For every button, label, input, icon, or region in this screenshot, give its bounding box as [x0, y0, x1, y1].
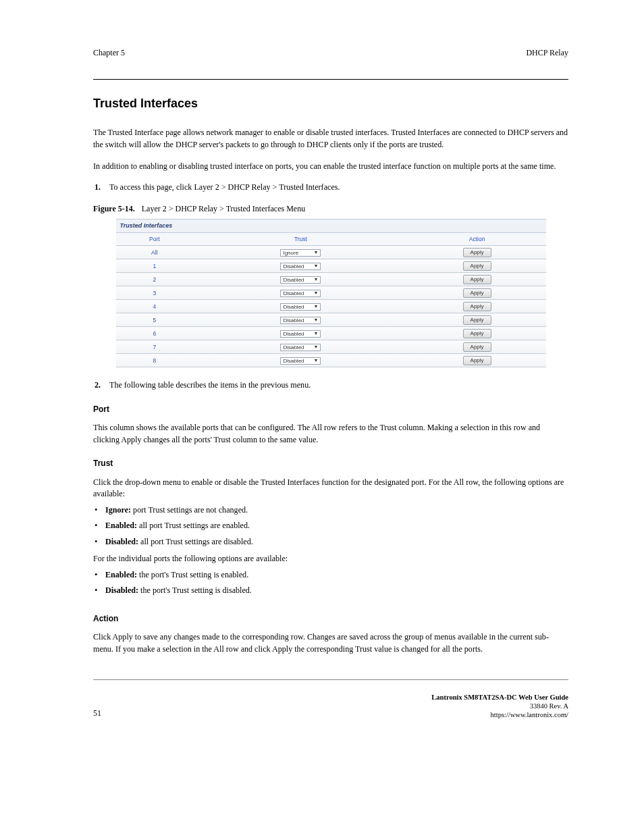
trust-select[interactable]: Disabled▼ [280, 357, 321, 365]
step-1: To access this page, click Layer 2 > DHC… [93, 182, 568, 194]
trust-select[interactable]: Disabled▼ [280, 263, 321, 270]
option-item: Enabled: the port's Trust setting is ena… [93, 569, 568, 581]
trust-select-value: Disabled [283, 276, 304, 284]
field-action-label: Action [93, 613, 568, 625]
port-cell: 2 [116, 273, 194, 286]
apply-button[interactable]: Apply [463, 288, 491, 298]
footer-title: Lantronix SM8TAT2SA-DC Web User Guide [431, 694, 568, 702]
option-item: Enabled: all port Trust settings are ena… [93, 520, 568, 532]
col-port: Port [116, 233, 194, 246]
table-row: 3Disabled▼Apply [116, 286, 546, 300]
figure-number: Figure 5-14. [93, 203, 135, 215]
trust-select-value: Disabled [283, 290, 304, 298]
intro-text: The Trusted Interface page allows networ… [93, 127, 568, 193]
apply-button[interactable]: Apply [463, 342, 491, 352]
table-row: 1Disabled▼Apply [116, 259, 546, 273]
port-cell: 3 [116, 286, 194, 300]
apply-button[interactable]: Apply [463, 356, 491, 365]
trust-select[interactable]: Disabled▼ [280, 276, 321, 284]
chapter-right: DHCP Relay [526, 47, 568, 59]
trust-select-all-value: Ignore [283, 249, 298, 257]
trust-select-value: Disabled [283, 344, 304, 352]
figure-caption: Layer 2 > DHCP Relay > Trusted Interface… [142, 203, 305, 215]
trust-select-value: Disabled [283, 263, 304, 271]
chevron-down-icon: ▼ [313, 344, 318, 350]
trust-select-value: Disabled [283, 317, 304, 325]
chevron-down-icon: ▼ [313, 330, 318, 337]
table-row-all: All Ignore ▼ Apply [116, 246, 546, 259]
chevron-down-icon: ▼ [313, 317, 318, 323]
footer-rev: 33840 Rev. A [431, 702, 568, 711]
footer-url[interactable]: https://www.lantronix.com/ [431, 711, 568, 720]
trust-select-value: Disabled [283, 357, 304, 365]
apply-button[interactable]: Apply [463, 315, 491, 325]
table-row: 4Disabled▼Apply [116, 300, 546, 313]
option-item: Disabled: the port's Trust setting is di… [93, 585, 568, 597]
chevron-down-icon: ▼ [313, 276, 318, 283]
apply-button[interactable]: Apply [463, 302, 491, 311]
field-port-desc: This column shows the available ports th… [93, 422, 568, 446]
field-port-label: Port [93, 404, 568, 415]
chapter-left: Chapter 5 [93, 47, 125, 59]
chevron-down-icon: ▼ [313, 249, 318, 256]
apply-button[interactable]: Apply [463, 329, 491, 338]
trust-select-all[interactable]: Ignore ▼ [280, 249, 321, 257]
table-row: 6Disabled▼Apply [116, 327, 546, 340]
divider-top [93, 79, 568, 80]
chevron-down-icon: ▼ [313, 263, 318, 269]
intro-p1: The Trusted Interface page allows networ… [93, 127, 568, 151]
page-number: 51 [93, 708, 101, 719]
table-title: Trusted Interfaces [116, 219, 546, 233]
option-item: Ignore: port Trust settings are not chan… [93, 504, 568, 517]
table-row: 5Disabled▼Apply [116, 313, 546, 327]
table-row: 7Disabled▼Apply [116, 340, 546, 354]
apply-button[interactable]: Apply [463, 261, 491, 271]
apply-button[interactable]: Apply [463, 275, 491, 284]
port-cell: 6 [116, 327, 194, 340]
port-cell: 5 [116, 313, 194, 327]
trust-select-value: Disabled [283, 330, 304, 338]
chevron-down-icon: ▼ [313, 357, 318, 364]
option-item: Disabled: all port Trust settings are di… [93, 536, 568, 548]
port-cell: 1 [116, 259, 194, 273]
page-title: Trusted Interfaces [93, 95, 568, 112]
field-trust-desc: Click the drop-down menu to enable or di… [93, 477, 564, 499]
trust-select[interactable]: Disabled▼ [280, 303, 321, 311]
figure-screenshot: Trusted Interfaces Port Trust Action All… [93, 219, 568, 367]
trust-select-value: Disabled [283, 303, 304, 311]
port-all: All [116, 246, 194, 259]
trust-select[interactable]: Disabled▼ [280, 317, 321, 324]
chevron-down-icon: ▼ [313, 290, 318, 296]
table-row: 2Disabled▼Apply [116, 273, 546, 286]
chevron-down-icon: ▼ [313, 303, 318, 310]
port-cell: 7 [116, 340, 194, 354]
divider-bottom [93, 679, 568, 680]
step-2: The following table describes the items … [93, 380, 568, 392]
field-trust-tail: For the individual ports the following o… [93, 553, 568, 565]
apply-button-all[interactable]: Apply [463, 248, 491, 257]
trust-select[interactable]: Disabled▼ [280, 344, 321, 351]
col-action: Action [408, 233, 546, 246]
trust-select[interactable]: Disabled▼ [280, 330, 321, 338]
port-cell: 8 [116, 354, 194, 367]
table-row: 8Disabled▼Apply [116, 354, 546, 367]
field-trust-label: Trust [93, 458, 568, 469]
col-trust: Trust [193, 233, 408, 246]
field-action-desc: Click Apply to save any changes made to … [93, 631, 568, 655]
trust-select[interactable]: Disabled▼ [280, 290, 321, 297]
intro-p2: In addition to enabling or disabling tru… [93, 161, 568, 173]
port-cell: 4 [116, 300, 194, 313]
trusted-interfaces-table: Trusted Interfaces Port Trust Action All… [116, 219, 546, 367]
